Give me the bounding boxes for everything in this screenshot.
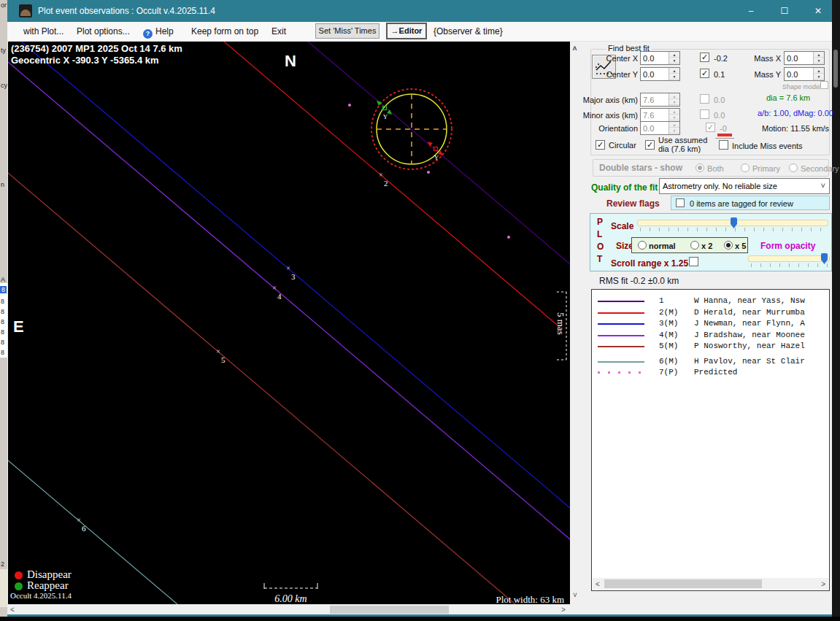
scale-slider-ticks (640, 228, 827, 231)
km-scale-label: 6.00 km (256, 593, 325, 604)
motion-label: Motion: 11.55 km/s (762, 124, 829, 133)
chord-list[interactable]: 1W Hanna, near Yass, Nsw2(M)D Herald, ne… (591, 289, 830, 591)
background-text-fragment: 8 (1, 339, 4, 346)
review-flags-checkbox[interactable] (676, 198, 685, 207)
center-y-spinner[interactable]: 0.0▲▼ (640, 67, 680, 81)
reappear-legend-label: Reappear (27, 579, 69, 592)
circular-label: Circular (609, 141, 636, 150)
chord-list-row-7(P)[interactable]: 7(P)Predicted (592, 367, 829, 378)
scroll-right-icon[interactable]: ˃ (561, 606, 566, 614)
chord-list-name: W Hanna, near Yass, Nsw (694, 296, 805, 305)
plot-letter: T (597, 254, 602, 264)
plot-area[interactable]: ×2×3×4×5×6YY (236754) 2007 MP1 2025 Oct … (8, 42, 570, 604)
station-tick-4: × (272, 284, 277, 292)
chord-list-row-3(M)[interactable]: 3(M)J Newman, near Flynn, A (592, 318, 829, 329)
scroll-right-icon[interactable]: ˃ (821, 580, 825, 588)
shape-model-checkbox[interactable] (820, 81, 828, 89)
chord-1[interactable] (308, 42, 569, 263)
station-tick-3: × (286, 264, 290, 272)
scroll-left-icon[interactable]: ˂ (10, 606, 15, 614)
double-stars-radio-secondary (789, 163, 798, 172)
include-miss-checkbox[interactable] (719, 140, 728, 150)
chord-list-row-1[interactable]: 1W Hanna, near Yass, Nsw (592, 296, 829, 306)
use-assumed-label-line2: dia (7.6 km) (658, 144, 701, 153)
chord-4[interactable] (8, 62, 570, 539)
chord-list-scrollbar[interactable]: ˂ ˃ (593, 578, 828, 590)
close-button[interactable]: ✕ (806, 3, 831, 19)
chord-colour-underline (715, 138, 734, 139)
use-assumed-dia-checkbox[interactable] (645, 140, 655, 150)
titlebar: Plot event observations : Occult v.4.202… (7, 0, 832, 22)
menu-item-with-plot---[interactable]: with Plot... (23, 26, 63, 36)
scroll-left-icon[interactable]: ˂ (596, 580, 600, 588)
chord-3[interactable] (21, 42, 570, 508)
background-scrollbar-thumb (833, 50, 838, 88)
scroll-range-checkbox[interactable] (689, 257, 698, 266)
plot-controls-panel: PLOT Scale Size normalx 2x 5 Form opacit… (590, 213, 832, 271)
minor-axis-fit-checkbox (700, 109, 709, 119)
chord-list-number: 1 (659, 296, 664, 305)
chord-list-row-2(M)[interactable]: 2(M)D Herald, near Murrumba (592, 307, 829, 318)
spin-up-icon: ▲ (669, 52, 679, 58)
background-text-fragment: n (1, 181, 4, 188)
chevron-down-icon[interactable]: ˅ (821, 181, 825, 190)
legend-line (598, 312, 644, 314)
chord-list-scroll-thumb[interactable] (604, 579, 762, 588)
mass-y-spinner[interactable]: 0.0▲▼ (784, 67, 825, 81)
size-option-label: x 2 (701, 242, 712, 250)
legend-line (598, 361, 644, 363)
center-y-fit-checkbox[interactable] (700, 69, 709, 78)
size-radio-normal[interactable] (638, 241, 647, 250)
collapse-panel-icon[interactable]: ˄ (572, 44, 577, 53)
opacity-slider-thumb[interactable] (821, 253, 828, 264)
chord-list-number: 7(P) (659, 368, 678, 377)
predicted-chord-dot (507, 236, 510, 239)
chord-5[interactable] (8, 173, 515, 604)
plot-hscroll-thumb[interactable] (330, 606, 449, 614)
plot-width-label: Plot width: 63 km (475, 594, 564, 604)
orientation-flag-label: -0 (720, 124, 727, 133)
svg-text:Y: Y (434, 154, 439, 161)
maximize-button[interactable]: ☐ (772, 3, 797, 19)
scroll-down-icon[interactable]: ˅ (573, 591, 577, 599)
chord-list-row-5(M)[interactable]: 5(M)P Nosworthy, near Hazel (592, 341, 829, 352)
size-radio-x2[interactable] (690, 241, 699, 250)
orientation-spinner: 0.0▲▼ (640, 121, 680, 135)
menu-item-exit[interactable]: Exit (271, 26, 286, 36)
center-x-spinner[interactable]: 0.0▲▼ (640, 51, 680, 65)
center-y-label: Center Y (584, 70, 638, 79)
chord-list-row-6(M)[interactable]: 6(M)H Pavlov, near St Clair (592, 356, 829, 367)
mass-y-label: Mass Y (750, 70, 781, 79)
set-miss-times-button[interactable]: Set 'Miss' Times (315, 23, 379, 39)
chord-2[interactable] (224, 42, 557, 325)
background-text-fragment: A (1, 276, 5, 283)
chord-list-row-4(M)[interactable]: 4(M)J Bradshaw, near Moonee (592, 330, 829, 341)
minimize-button[interactable]: – (739, 3, 763, 19)
menu-item-help[interactable]: ?Help (143, 26, 174, 39)
center-x-fit-checkbox[interactable] (700, 53, 709, 62)
use-assumed-label-line1: Use assumed (658, 136, 707, 144)
legend-line (598, 301, 644, 302)
menu-item-plot-options---[interactable]: Plot options... (77, 26, 130, 36)
plot-letter: P (597, 217, 603, 227)
opacity-slider[interactable] (748, 255, 830, 262)
app-icon (19, 4, 32, 18)
plot-header-line2: Geocentric X -390.3 Y -5365.4 km (11, 55, 159, 66)
quality-value: Astrometry only. No reliable size (663, 182, 777, 190)
scale-slider-thumb[interactable] (731, 217, 737, 228)
plot-horizontal-scrollbar[interactable]: ˂ ˃ (8, 605, 570, 614)
quality-combobox[interactable]: Astrometry only. No reliable size ˅ (659, 178, 830, 194)
plot-letter: O (597, 242, 604, 252)
background-text-fragment: 8 (1, 349, 4, 356)
reappear-legend-dot (15, 582, 23, 590)
observer-time-label: {Observer & time} (434, 26, 503, 36)
menu-item-keep-form-on-top[interactable]: Keep form on top (191, 26, 258, 36)
chord-colour-swatch[interactable] (717, 134, 732, 136)
background-text-fragment: 8 (1, 298, 4, 305)
predicted-chord-dot (348, 104, 351, 107)
chord-number-6: 6 (82, 524, 86, 533)
circular-checkbox[interactable] (596, 140, 605, 150)
mass-x-spinner[interactable]: 0.0▲▼ (784, 51, 825, 65)
editor-button[interactable]: →Editor (386, 23, 427, 39)
size-radio-x5[interactable] (724, 241, 733, 250)
